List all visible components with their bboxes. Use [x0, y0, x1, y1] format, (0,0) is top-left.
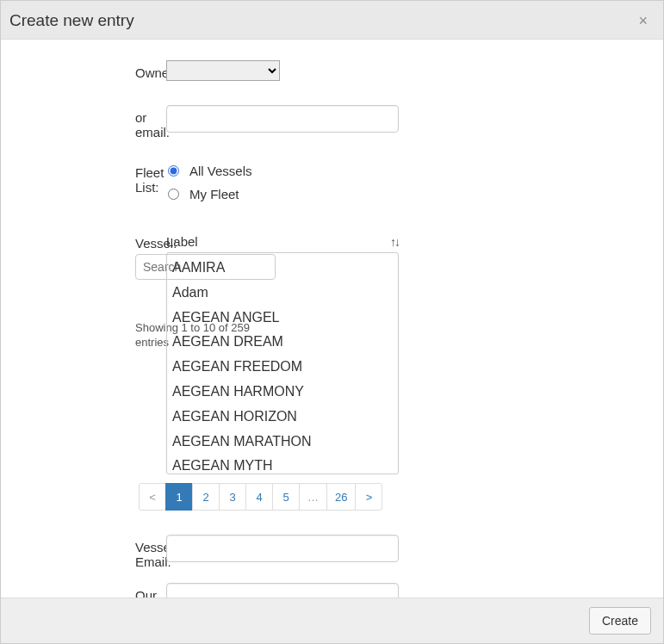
vessel-list-item[interactable]: AEGEAN MARATHON [167, 430, 398, 455]
vessel-list-item[interactable]: AEGEAN MYTH [167, 454, 398, 474]
vessel-listbox[interactable]: AAMIRAAdamAEGEAN ANGELAEGEAN DREAMAEGEAN… [166, 252, 399, 474]
page-26[interactable]: 26 [326, 483, 356, 511]
pagination: <12345…26> [139, 483, 395, 511]
sort-icon[interactable]: ↑↓ [390, 235, 399, 249]
create-entry-modal: Create new entry × Owner: or email: Flee… [0, 0, 664, 644]
modal-title: Create new entry [9, 11, 134, 30]
vessel-list-item[interactable]: Adam [167, 281, 398, 306]
row-owner: Owner: [9, 60, 655, 81]
page-ellipsis: … [299, 483, 327, 511]
email-label: or email: [9, 105, 166, 139]
owner-label: Owner: [9, 60, 166, 80]
page-5[interactable]: 5 [272, 483, 300, 511]
fleet-radio-mine[interactable]: My Fleet [166, 187, 528, 201]
fleet-radio-all-label: All Vessels [189, 164, 252, 178]
row-fleet: Fleet List: All Vessels My Fleet [9, 164, 655, 210]
vessel-email-input[interactable] [166, 535, 399, 562]
close-icon[interactable]: × [635, 13, 651, 28]
email-input[interactable] [166, 105, 399, 133]
page-2[interactable]: 2 [192, 483, 220, 511]
page-4[interactable]: 4 [245, 483, 273, 511]
fleet-radio-mine-input[interactable] [168, 189, 179, 200]
row-vessel-email: Vessel Email: [9, 535, 655, 569]
vessel-list-header: Label ↑↓ [166, 234, 399, 249]
vessel-list-item[interactable]: AEGEAN FREEDOM [167, 355, 398, 380]
fleet-radio-all[interactable]: All Vessels [166, 164, 528, 178]
label-column-header: Label [166, 234, 198, 249]
vessel-email-label: Vessel Email: [9, 535, 166, 569]
page-next[interactable]: > [355, 483, 382, 511]
page-3[interactable]: 3 [219, 483, 246, 511]
fleet-radio-mine-label: My Fleet [189, 187, 239, 201]
our-ref-input[interactable] [166, 583, 399, 598]
row-our-ref: Our ref: [9, 583, 655, 598]
fleet-label: Fleet List: [9, 164, 166, 195]
our-ref-label: Our ref: [9, 583, 166, 598]
modal-body: Owner: or email: Fleet List: All Vessels [1, 40, 663, 598]
modal-footer: Create [1, 598, 663, 643]
vessel-list-item[interactable]: AEGEAN HARMONY [167, 380, 398, 405]
create-button[interactable]: Create [589, 607, 651, 635]
row-vessel: Vessel: Showing 1 to 10 of 259 entries L… [9, 234, 655, 526]
owner-select[interactable] [166, 60, 280, 81]
fleet-radio-all-input[interactable] [168, 165, 179, 176]
page-prev: < [139, 483, 166, 511]
modal-header: Create new entry × [1, 1, 663, 40]
vessel-list-item[interactable]: AAMIRA [167, 256, 398, 281]
vessel-label: Vessel: [135, 234, 166, 251]
row-email: or email: [9, 105, 655, 139]
page-1[interactable]: 1 [165, 483, 193, 511]
vessel-list-item[interactable]: AEGEAN DREAM [167, 330, 398, 355]
vessel-list-item[interactable]: AEGEAN ANGEL [167, 306, 398, 331]
vessel-list-item[interactable]: AEGEAN HORIZON [167, 405, 398, 430]
